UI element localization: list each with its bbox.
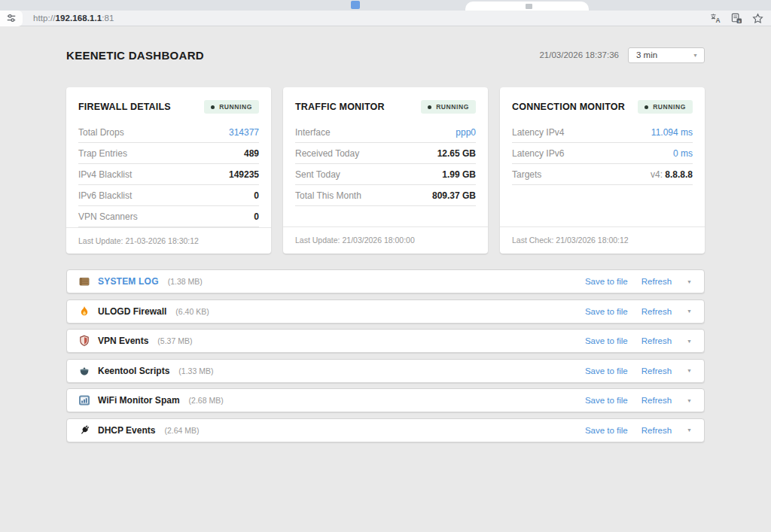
refresh-link[interactable]: Refresh bbox=[641, 307, 672, 316]
log-row-left: SYSTEM LOG(1.38 MB) bbox=[78, 275, 203, 287]
status-cards-row: FIREWALL DETAILSRUNNINGTotal Drops314377… bbox=[66, 87, 705, 254]
chevron-down-icon[interactable]: ▼ bbox=[685, 307, 693, 315]
stat-row: Latency IPv411.094 ms bbox=[512, 122, 693, 143]
browser-tab-strip bbox=[0, 0, 771, 11]
log-row-left: VPN Events(5.37 MB) bbox=[78, 335, 192, 347]
refresh-interval-value: 3 min bbox=[636, 50, 657, 59]
status-text: RUNNING bbox=[653, 103, 686, 111]
stat-label: VPN Scanners bbox=[78, 211, 138, 222]
refresh-interval-select[interactable]: 3 min ▼ bbox=[628, 47, 705, 63]
log-row: VPN Events(5.37 MB)Save to fileRefresh▼ bbox=[66, 329, 705, 353]
browser-window: http://192.168.1.1:81 A a bbox=[0, 0, 771, 532]
tab-favicon-icon[interactable] bbox=[351, 1, 360, 9]
chevron-down-icon[interactable]: ▼ bbox=[685, 397, 693, 405]
log-row-actions: Save to fileRefresh▼ bbox=[585, 307, 693, 316]
save-to-file-link[interactable]: Save to file bbox=[585, 307, 628, 316]
log-row-actions: Save to fileRefresh▼ bbox=[585, 336, 693, 345]
save-to-file-link[interactable]: Save to file bbox=[585, 277, 628, 286]
card-title: FIREWALL DETAILS bbox=[78, 102, 171, 112]
stat-row: VPN Scanners0 bbox=[78, 206, 259, 227]
card-title: TRAFFIC MONITOR bbox=[295, 102, 385, 112]
status-dot-icon bbox=[428, 105, 431, 109]
stat-value[interactable]: ppp0 bbox=[456, 127, 476, 138]
url-text[interactable]: http://192.168.1.1:81 bbox=[33, 14, 710, 23]
translate-page-icon[interactable]: a bbox=[731, 13, 742, 24]
card-footer: Last Update: 21/03/2026 18:00:00 bbox=[283, 226, 488, 254]
stat-value: 12.65 GB bbox=[437, 148, 476, 159]
card-rows: Total Drops314377Trap Entries489IPv4 Bla… bbox=[66, 120, 271, 227]
svg-text:A: A bbox=[716, 17, 721, 24]
bookmark-star-icon[interactable] bbox=[752, 13, 763, 24]
save-to-file-link[interactable]: Save to file bbox=[585, 396, 628, 405]
dashboard-page: KEENETIC DASHBOARD 21/03/2026 18:37:36 3… bbox=[66, 27, 705, 448]
chevron-down-icon[interactable]: ▼ bbox=[685, 337, 693, 345]
refresh-link[interactable]: Refresh bbox=[641, 426, 672, 435]
save-to-file-link[interactable]: Save to file bbox=[585, 366, 628, 375]
log-name: WiFi Monitor Spam bbox=[98, 395, 180, 406]
log-row-actions: Save to fileRefresh▼ bbox=[585, 426, 693, 435]
stat-value[interactable]: 314377 bbox=[229, 127, 259, 138]
status-badge: RUNNING bbox=[638, 100, 693, 114]
chevron-down-icon[interactable]: ▼ bbox=[685, 426, 693, 434]
stat-row: Latency IPv60 ms bbox=[512, 143, 693, 164]
stat-label: Total Drops bbox=[78, 127, 124, 138]
log-name: ULOGD Firewall bbox=[98, 306, 166, 317]
status-text: RUNNING bbox=[436, 103, 469, 111]
stat-value: 1.99 GB bbox=[442, 169, 476, 180]
stat-label: Total This Month bbox=[295, 190, 361, 201]
log-row-actions: Save to fileRefresh▼ bbox=[585, 366, 693, 375]
log-name: Keentool Scripts bbox=[98, 366, 169, 376]
stat-label: Interface bbox=[295, 127, 331, 138]
log-size: (2.64 MB) bbox=[164, 426, 199, 435]
log-row: WiFi Monitor Spam(2.68 MB)Save to fileRe… bbox=[66, 388, 705, 412]
url-port: :81 bbox=[102, 14, 114, 23]
status-dot-icon bbox=[211, 105, 215, 109]
translate-icon[interactable]: A bbox=[710, 13, 721, 24]
log-row-left: WiFi Monitor Spam(2.68 MB) bbox=[78, 394, 224, 406]
stat-row: IPv6 Blacklist0 bbox=[78, 185, 259, 206]
stat-value[interactable]: 11.094 ms bbox=[651, 127, 693, 138]
chevron-down-icon[interactable]: ▼ bbox=[685, 278, 693, 286]
url-scheme: http:// bbox=[33, 14, 55, 23]
refresh-link[interactable]: Refresh bbox=[641, 336, 672, 345]
card-rows: Interfaceppp0Received Today12.65 GBSent … bbox=[283, 120, 488, 226]
status-dot-icon bbox=[645, 105, 648, 109]
log-name: DHCP Events bbox=[98, 425, 155, 436]
card-header: FIREWALL DETAILSRUNNING bbox=[66, 87, 271, 120]
save-to-file-link[interactable]: Save to file bbox=[585, 336, 628, 345]
refresh-link[interactable]: Refresh bbox=[641, 277, 672, 286]
stat-value[interactable]: 0 ms bbox=[673, 148, 693, 159]
log-name[interactable]: SYSTEM LOG bbox=[98, 276, 159, 287]
stat-value: 0 bbox=[254, 211, 259, 222]
stat-row: Trap Entries489 bbox=[78, 143, 259, 164]
tab-site-icon bbox=[526, 4, 532, 9]
chevron-down-icon[interactable]: ▼ bbox=[685, 366, 693, 375]
log-size: (2.68 MB) bbox=[189, 396, 224, 405]
refresh-link[interactable]: Refresh bbox=[641, 396, 672, 405]
stat-label: Trap Entries bbox=[78, 148, 127, 159]
log-row: DHCP Events(2.64 MB)Save to fileRefresh▼ bbox=[66, 418, 705, 442]
chart-icon bbox=[78, 394, 90, 406]
scroll-log-icon bbox=[78, 275, 90, 287]
stat-value: 489 bbox=[244, 148, 259, 159]
log-row-left: ULOGD Firewall(6.40 KB) bbox=[78, 306, 209, 318]
log-row-left: DHCP Events(2.64 MB) bbox=[78, 424, 200, 436]
tune-icon[interactable] bbox=[0, 11, 23, 26]
log-row: ULOGD Firewall(6.40 KB)Save to fileRefre… bbox=[66, 299, 705, 324]
chevron-down-icon: ▼ bbox=[693, 53, 698, 58]
stat-value-prefix: v4: bbox=[651, 169, 665, 180]
log-row: Keentool Scripts(1.33 MB)Save to fileRef… bbox=[66, 359, 705, 383]
stat-label: Sent Today bbox=[295, 169, 340, 180]
card-rows: Latency IPv411.094 msLatency IPv60 msTar… bbox=[500, 120, 705, 226]
save-to-file-link[interactable]: Save to file bbox=[585, 426, 628, 435]
browser-tab[interactable] bbox=[465, 2, 589, 11]
log-size: (1.38 MB) bbox=[168, 277, 203, 286]
plug-icon bbox=[78, 424, 90, 436]
status-card: CONNECTION MONITORRUNNINGLatency IPv411.… bbox=[500, 87, 705, 254]
status-badge: RUNNING bbox=[204, 100, 259, 114]
stat-row: Total This Month809.37 GB bbox=[295, 185, 476, 206]
refresh-link[interactable]: Refresh bbox=[641, 366, 672, 375]
card-title: CONNECTION MONITOR bbox=[512, 102, 625, 112]
status-text: RUNNING bbox=[219, 103, 252, 111]
browser-url-bar: http://192.168.1.1:81 A a bbox=[0, 11, 771, 26]
